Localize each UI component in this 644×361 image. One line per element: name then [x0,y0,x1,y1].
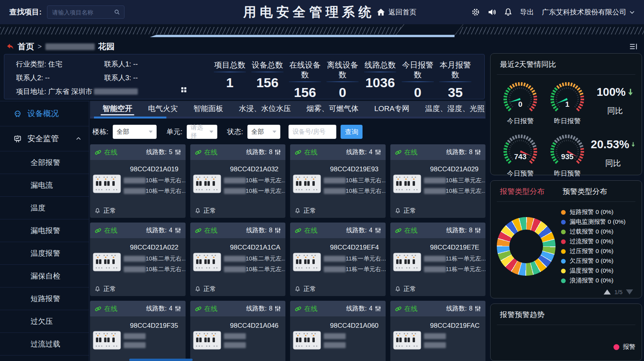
device-card[interactable]: 在线 线路数: 4 [290,144,386,218]
device-number-input[interactable] [289,125,336,139]
online-status: 在线 [195,226,218,235]
device-card[interactable]: 在线 线路数: 4 [290,223,386,296]
device-state: 正常 [103,207,116,215]
sound-icon[interactable] [488,8,496,16]
compare-panel-title: 最近2天警情同比 [497,54,635,75]
sidebar-sub-item[interactable]: 过流过载 [0,333,89,356]
tab-alarm-distribution[interactable]: 报警类型分布 [500,187,545,197]
contact2-value: -- [45,74,50,82]
status-select[interactable]: 全部 [247,125,280,139]
trend-panel-title: 报警预警趋势 [497,304,635,325]
device-card[interactable]: 在线 线路数: 8 [190,144,286,218]
app-title: 用电安全管理系统 [244,4,375,21]
device-card[interactable]: 在线 线路数: 4 [290,301,386,361]
horizontal-scrollbar-thumb[interactable] [129,359,193,361]
line-count-value: 4 [369,149,373,156]
breaker-image [393,173,422,194]
device-card-header: 在线 线路数: 4 [290,301,386,316]
sidebar-sub-item[interactable]: 全部报警 [0,151,89,174]
device-card[interactable]: 在线 线路数: 4 [90,223,186,296]
online-label: 在线 [104,148,117,157]
online-status: 在线 [95,148,117,157]
sliders-icon[interactable] [375,227,381,233]
device-card[interactable]: 在线 线路数: 5 [90,144,186,218]
device-location-2: 11栋一单元右... [324,266,382,273]
sliders-icon[interactable] [275,227,281,233]
tab-temp-humidity-light[interactable]: 温度、湿度、光照 [417,101,492,117]
legend-dot [561,269,566,273]
line-count: 线路数: 8 [446,226,481,235]
building-select[interactable]: 全部 [113,125,157,139]
back-arrow-icon[interactable] [6,43,14,50]
sliders-icon[interactable] [175,149,181,155]
online-status: 在线 [395,304,418,313]
device-card[interactable]: 在线 线路数: 8 [390,301,486,361]
sidebar-sub-item[interactable]: 短路报警 [0,287,89,310]
tab-warning-distribution[interactable]: 预警类型分布 [563,187,607,197]
chevron-down-icon [630,11,635,14]
tabs-scroll-left-icon[interactable] [92,106,95,111]
header-actions: 返回首页 导出 广东艾科技术股份有限公司 [377,7,635,17]
sidebar-item-safety[interactable]: 安全监管 [0,126,89,151]
tab-electric-fire[interactable]: 电气火灾 [140,101,186,117]
sidebar-sub-item[interactable]: 漏保自检 [0,265,89,287]
tab-smoke-gas[interactable]: 烟雾、可燃气体 [299,101,366,117]
sliders-icon[interactable] [375,305,381,312]
device-card[interactable]: 在线 线路数: 8 [390,223,486,296]
sliders-icon[interactable] [475,149,481,155]
collapse-panel-icon[interactable] [629,43,638,50]
sliders-icon[interactable] [175,227,181,233]
export-button[interactable]: 导出 [520,7,534,17]
device-card[interactable]: 在线 线路数: 4 [90,301,186,361]
query-button[interactable]: 查询 [341,125,363,139]
notification-icon[interactable] [504,8,512,16]
company-dropdown[interactable]: 广东艾科技术股份有限公司 [542,7,635,17]
sidebar-sub-item[interactable]: 温度报警 [0,242,89,265]
legend-dot [561,259,566,264]
online-label: 在线 [104,226,117,235]
sidebar-sub-item[interactable]: 漏电流 [0,174,89,197]
breadcrumb-home[interactable]: 首页 [18,41,34,52]
grid-icon[interactable] [181,87,187,93]
sidebar-item-device-overview[interactable]: 设备概况 [0,101,89,126]
project-search-box[interactable] [47,5,124,19]
line-count: 线路数: 4 [146,305,180,313]
link-icon [195,305,202,312]
tab-smart-panel[interactable]: 智能面板 [186,101,231,117]
pager-up-icon[interactable] [604,289,611,295]
sliders-icon[interactable] [475,305,481,312]
online-status: 在线 [95,226,117,235]
location-redacted [224,188,246,194]
legend-dot [561,230,566,234]
settings-icon[interactable] [471,8,480,16]
sliders-icon[interactable] [175,305,181,312]
sliders-icon[interactable] [275,305,281,312]
search-icon[interactable] [114,9,120,15]
breaker-image [393,330,422,351]
sliders-icon[interactable] [275,149,281,155]
sidebar-sub-item[interactable]: 温度 [0,197,89,219]
device-card[interactable]: 在线 线路数: 8 [190,301,286,361]
line-count-label: 线路数: [446,148,467,156]
breaker-image [292,173,321,194]
tab-lora[interactable]: LORA专网 [366,101,417,117]
unit-select[interactable]: 请选择 [187,125,217,139]
tab-water[interactable]: 水浸、水位水压 [231,101,299,117]
stat-online: 在线设备数156 [286,60,324,99]
sidebar-sub-item[interactable]: 过欠压 [0,310,89,333]
device-location-1: 11栋一单元右... [324,255,382,262]
device-card[interactable]: 在线 线路数: 8 [390,144,486,218]
back-home-link[interactable]: 返回首页 [377,7,417,17]
tabs-scrollbar-thumb[interactable] [94,117,166,119]
sliders-icon[interactable] [375,149,381,155]
sidebar-sub-item[interactable]: 漏电报警 [0,219,89,242]
sliders-icon[interactable] [475,227,481,233]
project-search-input[interactable] [51,9,114,16]
pager-down-icon[interactable] [626,289,633,295]
device-card[interactable]: 在线 线路数: 8 [190,223,286,296]
breaker-image [92,173,121,194]
tab-smart-breaker[interactable]: 智能空开 [95,101,140,117]
online-status: 在线 [295,226,317,235]
device-card-footer: 正常 [390,282,486,296]
device-card-body: 98CC4D219F35 [90,316,186,360]
